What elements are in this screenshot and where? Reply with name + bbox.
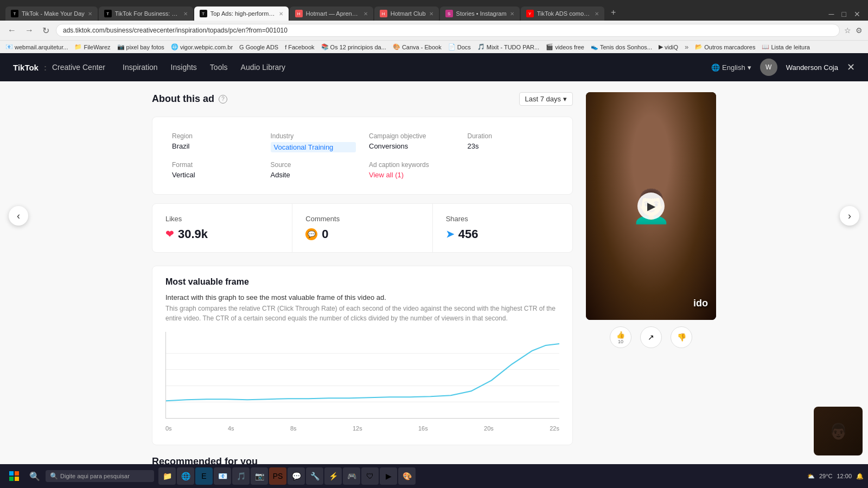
- taskbar-app-14[interactable]: 🎨: [398, 467, 416, 485]
- bookmark-2[interactable]: 📁 FileWarez: [74, 43, 110, 51]
- bookmark-10[interactable]: 🎵 Mixit - TUDO PAR...: [477, 43, 539, 51]
- windows-start-button[interactable]: [4, 466, 24, 486]
- ctr-chart[interactable]: [165, 332, 559, 419]
- bookmark-7[interactable]: 📚 Os 12 principios da...: [321, 43, 386, 51]
- bookmark-8[interactable]: 🎨 Canva - Ebook: [393, 43, 442, 51]
- taskbar-app-13[interactable]: ▶: [380, 467, 397, 485]
- chart-label-4s: 4s: [228, 425, 234, 432]
- taskbar-app-2[interactable]: 🌐: [177, 467, 194, 485]
- time-filter-button[interactable]: Last 7 days ▾: [519, 92, 573, 106]
- bookmarks-bar: 📧 webmail.arquitetur... 📁 FileWarez 📷 pi…: [0, 40, 868, 53]
- next-arrow[interactable]: ›: [840, 206, 859, 226]
- bookmark-9[interactable]: 📄 Docs: [448, 43, 471, 51]
- extensions-icon[interactable]: ⚙: [856, 26, 863, 35]
- likes-label: Likes: [165, 215, 279, 223]
- tab-1[interactable]: T TikTok - Make Your Day ✕: [5, 7, 98, 21]
- star-icon[interactable]: ☆: [844, 26, 851, 35]
- outros-marcadores[interactable]: 📂 Outros marcadores: [695, 43, 755, 51]
- nav-insights[interactable]: Insights: [171, 61, 197, 74]
- time-filter-chevron: ▾: [563, 95, 567, 103]
- taskbar-app-10[interactable]: ⚡: [324, 467, 342, 485]
- bookmark-4[interactable]: 🌐 vigor.webpic.com.br: [171, 43, 233, 51]
- taskbar-app-6[interactable]: 📷: [251, 467, 268, 485]
- comments-label: Comments: [305, 215, 419, 223]
- nav-close-icon[interactable]: ✕: [847, 61, 855, 73]
- tab-3[interactable]: T Top Ads: high-performing auct... ✕: [194, 7, 289, 21]
- bookmark-3[interactable]: 📷 pixel bay fotos: [117, 43, 164, 51]
- tab-4[interactable]: H Hotmart — Aprenda o que qui... ✕: [290, 7, 373, 21]
- play-button[interactable]: ▶: [637, 192, 665, 220]
- taskbar-app-5[interactable]: 🎵: [232, 467, 250, 485]
- maximize-button[interactable]: □: [840, 10, 848, 18]
- taskbar-app-7[interactable]: PS: [269, 467, 286, 485]
- prev-arrow[interactable]: ‹: [9, 206, 28, 226]
- nav-audio-library[interactable]: Audio Library: [241, 61, 286, 74]
- address-bar[interactable]: ads.tiktok.com/business/creativecenter/i…: [56, 24, 840, 37]
- taskbar-app-9[interactable]: 🔧: [306, 467, 323, 485]
- bookmark-12[interactable]: 👟 Tenis dos Sonhos...: [591, 43, 652, 51]
- tab-6-close[interactable]: ✕: [510, 11, 514, 17]
- taskbar-app-12[interactable]: 🛡: [361, 467, 379, 485]
- close-window-button[interactable]: ✕: [852, 10, 863, 18]
- new-tab-button[interactable]: +: [605, 4, 622, 21]
- stat-comments: Comments 💬 0: [292, 204, 432, 252]
- tab-1-close[interactable]: ✕: [88, 11, 92, 17]
- tab-2[interactable]: T TikTok For Business: marketing ✕: [99, 7, 193, 21]
- info-icon[interactable]: ?: [219, 95, 227, 104]
- chart-label-12s: 12s: [353, 425, 362, 432]
- taskbar-app-3[interactable]: E: [195, 467, 213, 485]
- svg-rect-5: [15, 471, 19, 476]
- bookmark-11[interactable]: 🎬 videos free: [546, 43, 584, 51]
- tiktok-favicon-3: T: [200, 10, 207, 17]
- video-container[interactable]: 👨‍🦱 ▶ ido: [586, 92, 716, 320]
- tab-5-title: Hotmart Club: [391, 10, 426, 17]
- mvf-description: Interact with this graph to see the most…: [165, 293, 559, 301]
- stat-shares: Shares ➤ 456: [433, 204, 572, 252]
- tab-4-close[interactable]: ✕: [363, 11, 368, 17]
- minimize-button[interactable]: ─: [827, 10, 837, 18]
- dislike-action-button[interactable]: 👎: [671, 326, 692, 348]
- content-area: ‹ › About this ad ? Last 7 days ▾: [0, 81, 868, 488]
- tab-6[interactable]: S Stories • Instagram ✕: [440, 7, 520, 21]
- language-button[interactable]: 🌐 English ▾: [711, 63, 751, 72]
- bookmark-6[interactable]: f Facebook: [285, 43, 314, 51]
- search-taskbar[interactable]: 🔍: [26, 467, 43, 485]
- back-button[interactable]: ←: [5, 24, 18, 36]
- forward-button[interactable]: →: [23, 24, 36, 36]
- chart-labels: 0s 4s 8s 12s 16s 20s 22s: [165, 423, 559, 434]
- taskbar-app-4[interactable]: 📧: [214, 467, 231, 485]
- lista-leitura[interactable]: 📖 Lista de leitura: [762, 43, 810, 51]
- bookmark-13[interactable]: ▶ vidiQ: [659, 43, 678, 51]
- taskbar-search-box[interactable]: 🔍 Digite aqui para pesquisar: [46, 470, 154, 482]
- bookmark-5[interactable]: G Google ADS: [239, 43, 278, 51]
- nav-inspiration[interactable]: Inspiration: [123, 61, 158, 74]
- taskbar-app-8[interactable]: 💬: [288, 467, 305, 485]
- brand-name: TikTok: [13, 63, 39, 72]
- tiktok-favicon-1: T: [11, 10, 18, 17]
- tab-7[interactable]: Y TikTok ADS como ver anuncio... ✕: [521, 7, 604, 21]
- tab-2-title: TikTok For Business: marketing: [115, 10, 180, 17]
- share-action-button[interactable]: ↗: [640, 326, 662, 348]
- taskbar-app-1[interactable]: 📁: [158, 467, 176, 485]
- tab-3-close[interactable]: ✕: [279, 11, 283, 17]
- search-icon: 🔍: [29, 471, 40, 481]
- tab-7-close[interactable]: ✕: [595, 11, 599, 17]
- detail-format: Format Vertical: [165, 157, 264, 183]
- nav-tools[interactable]: Tools: [210, 61, 228, 74]
- tab-2-close[interactable]: ✕: [183, 11, 188, 17]
- chart-label-0s: 0s: [165, 425, 172, 432]
- tab-5[interactable]: H Hotmart Club ✕: [374, 7, 439, 21]
- like-action-button[interactable]: 👍 10: [610, 326, 631, 348]
- tab-5-close[interactable]: ✕: [429, 11, 433, 17]
- brand-logo: TikTok : Creative Center: [13, 63, 105, 72]
- more-bookmarks-icon[interactable]: »: [685, 43, 688, 51]
- taskbar-app-11[interactable]: 🎮: [343, 467, 360, 485]
- youtube-favicon: Y: [526, 10, 534, 17]
- reload-button[interactable]: ↻: [40, 24, 52, 37]
- notification-icon[interactable]: 🔔: [856, 473, 864, 480]
- source-label: Source: [271, 161, 356, 169]
- chart-label-8s: 8s: [290, 425, 297, 432]
- heart-icon: ❤: [165, 228, 174, 240]
- caption-value[interactable]: View all (1): [369, 171, 553, 179]
- bookmark-1[interactable]: 📧 webmail.arquitetur...: [5, 43, 68, 51]
